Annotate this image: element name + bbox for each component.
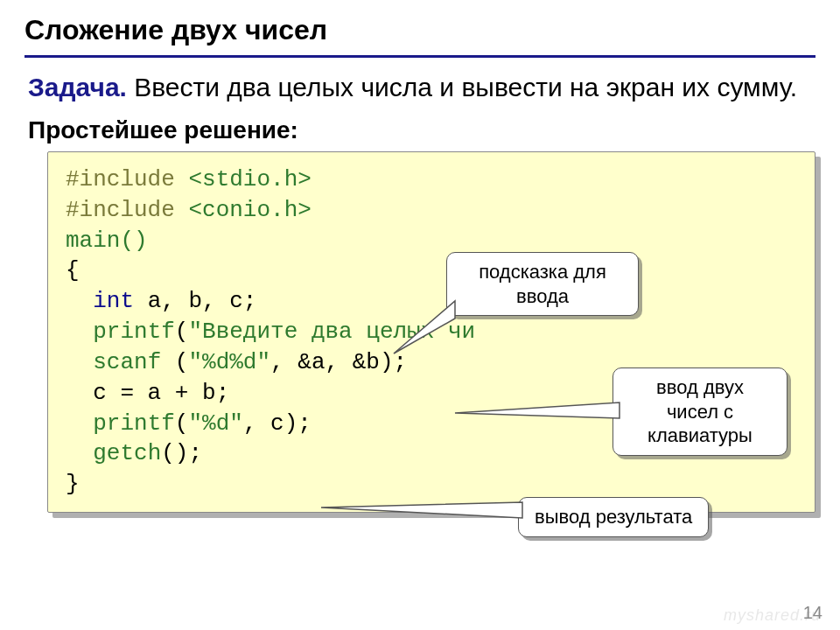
code-line-1-inc: <stdio.h> bbox=[175, 166, 312, 192]
svg-marker-1 bbox=[455, 402, 620, 418]
code-line-9-rest: , c); bbox=[243, 410, 312, 437]
task-text: Ввести два целых числа и вывести на экра… bbox=[127, 73, 797, 102]
callout-output: вывод результата bbox=[518, 497, 709, 537]
code-line-4: { bbox=[66, 257, 80, 284]
code-line-1-pre: #include bbox=[66, 166, 175, 192]
speech-tail-icon bbox=[321, 500, 527, 522]
code-line-9-str: "%d" bbox=[188, 410, 242, 437]
code-line-9-fn: printf bbox=[93, 410, 175, 437]
task-label: Задача. bbox=[28, 73, 127, 102]
code-line-7-fn: scanf bbox=[93, 349, 175, 375]
code-line-5-kw: int bbox=[93, 288, 134, 314]
code-line-11: } bbox=[66, 471, 80, 497]
speech-tail-icon bbox=[394, 301, 464, 362]
svg-marker-2 bbox=[321, 502, 522, 518]
code-line-2-inc: <conio.h> bbox=[175, 197, 312, 223]
solution-label: Простейшее решение: bbox=[24, 116, 816, 144]
code-line-7-rest: , &a, &b); bbox=[270, 349, 407, 375]
code-line-3: main() bbox=[66, 228, 148, 254]
callout-input-kbd: ввод двух чисел с клавиатуры bbox=[612, 368, 788, 456]
code-line-7-str: "%d%d" bbox=[188, 349, 270, 375]
task-statement: Задача. Ввести два целых числа и вывести… bbox=[24, 70, 816, 104]
code-line-8: c = a + b; bbox=[66, 380, 229, 406]
code-line-6-fn: printf bbox=[93, 318, 175, 345]
code-line-2-pre: #include bbox=[66, 197, 175, 223]
page-number: 14 bbox=[803, 603, 822, 623]
callout-output-text: вывод результата bbox=[518, 497, 709, 537]
code-line-5-rest: a, b, c; bbox=[134, 288, 256, 314]
code-line-10-fn: getch bbox=[93, 440, 161, 466]
callout-hint-input-text: подсказка для ввода bbox=[446, 252, 639, 316]
svg-marker-0 bbox=[394, 301, 455, 354]
callout-input-kbd-text: ввод двух чисел с клавиатуры bbox=[612, 368, 788, 456]
callout-hint-input: подсказка для ввода bbox=[446, 252, 639, 316]
code-line-10-rest: (); bbox=[161, 440, 202, 466]
slide-title: Сложение двух чисел bbox=[24, 14, 816, 58]
speech-tail-icon bbox=[455, 402, 621, 429]
